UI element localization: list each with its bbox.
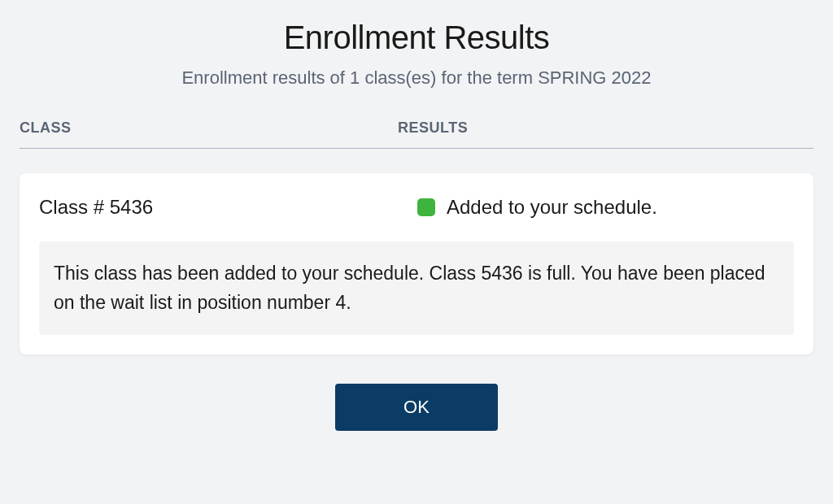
success-icon bbox=[417, 198, 435, 216]
result-status-cell: Added to your schedule. bbox=[417, 196, 794, 219]
enrollment-results-container: Enrollment Results Enrollment results of… bbox=[0, 0, 833, 431]
button-row: OK bbox=[20, 384, 813, 431]
result-row: Class # 5436 Added to your schedule. bbox=[39, 196, 794, 219]
result-card: Class # 5436 Added to your schedule. Thi… bbox=[20, 173, 813, 354]
column-header-results: RESULTS bbox=[398, 119, 813, 137]
class-number: Class # 5436 bbox=[39, 196, 417, 219]
status-text: Added to your schedule. bbox=[447, 196, 657, 219]
results-table-header: CLASS RESULTS bbox=[20, 119, 813, 149]
ok-button[interactable]: OK bbox=[335, 384, 498, 431]
result-message: This class has been added to your schedu… bbox=[39, 241, 794, 335]
page-title: Enrollment Results bbox=[20, 20, 813, 56]
column-header-class: CLASS bbox=[20, 119, 398, 137]
page-subtitle: Enrollment results of 1 class(es) for th… bbox=[20, 67, 813, 89]
